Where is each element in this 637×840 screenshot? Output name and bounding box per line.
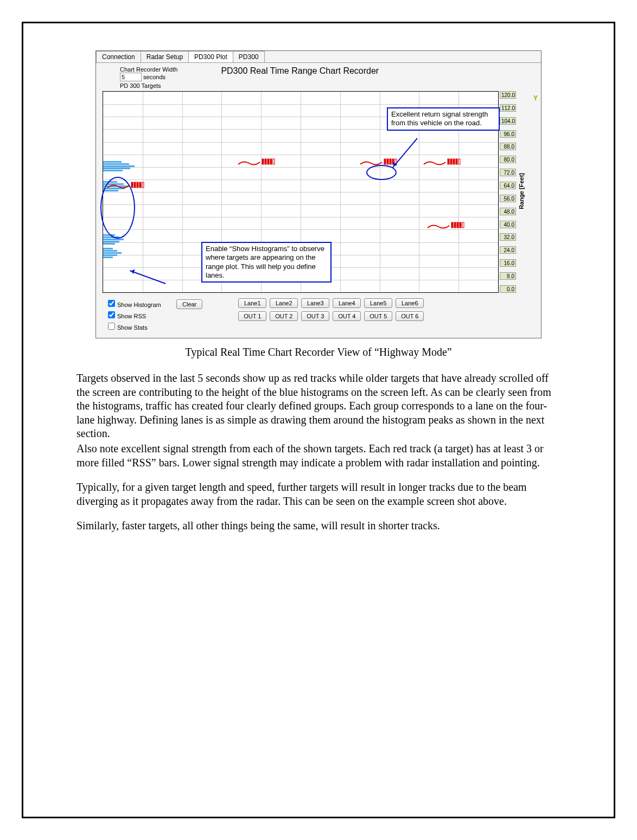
histogram-bar [103,241,119,242]
svg-rect-23 [460,222,461,228]
histogram-bar [103,250,117,252]
out-button[interactable]: OUT 2 [270,311,298,321]
check-show-rss-label: Show RSS [117,313,146,319]
y-tick: 0.0 [500,285,516,293]
svg-rect-20 [451,222,453,228]
tab-connection[interactable]: Connection [96,51,141,62]
histogram-bar [103,252,122,254]
svg-rect-22 [457,222,458,228]
svg-rect-7 [267,159,269,164]
lane-button[interactable]: Lane2 [270,298,298,308]
check-show-histogram[interactable]: Show Histogram [106,298,176,310]
y-tick: 88.0 [500,143,516,150]
chart-width-input[interactable] [120,73,142,81]
check-show-rss-box[interactable] [108,311,115,318]
clear-button[interactable]: Clear [176,299,202,309]
histogram-bar [103,168,130,169]
y-tick: 120.0 [500,91,516,99]
tab-pd300-plot[interactable]: PD300 Plot [188,51,233,62]
out-row: OUT 1OUT 2OUT 3OUT 4OUT 5OUT 6 [238,311,424,321]
chart-title: PD300 Real Time Range Chart Recorder [221,66,379,76]
svg-rect-2 [137,182,138,188]
annotation-ellipse-histograms [100,177,135,239]
y-tick: 48.0 [500,208,516,215]
svg-rect-18 [456,159,457,164]
y-letter: Y [533,94,538,102]
y-tick: 96.0 [500,130,516,138]
app-window: Connection Radar Setup PD300 Plot PD300 … [95,50,542,338]
y-tick: 64.0 [500,182,516,189]
y-tick-column: 120.0112.0104.096.088.080.072.064.056.04… [500,91,516,293]
y-tick: 104.0 [500,117,516,125]
lane-button-group: Lane1Lane2Lane3Lane4Lane5Lane6 OUT 1OUT … [238,298,424,321]
out-button[interactable]: OUT 6 [396,311,424,321]
chart-width-label: Chart Recorder Width [120,66,177,73]
histogram-bar [103,243,115,245]
svg-rect-19 [458,159,460,164]
figure-caption: Typical Real Time Chart Recorder View of… [56,346,581,358]
histogram-bar [103,257,113,258]
svg-rect-17 [453,159,455,164]
lane-button[interactable]: Lane4 [333,298,361,308]
body-paragraph-2: Also note excellent signal strength from… [77,442,560,470]
svg-rect-8 [270,159,272,164]
target-track [426,220,470,231]
y-tick: 16.0 [500,259,516,267]
histogram-bar [103,163,129,165]
document-page: Connection Radar Setup PD300 Plot PD300 … [22,22,615,818]
callout-show-histograms: Enable “Show Histograms” to observe wher… [201,242,332,283]
chart-width-group: Chart Recorder Width seconds PD 300 Targ… [120,66,177,89]
svg-rect-4 [142,182,144,188]
y-tick: 72.0 [500,169,516,176]
svg-rect-5 [262,159,264,164]
y-tick: 112.0 [500,104,516,112]
svg-rect-0 [131,182,133,188]
check-show-rss[interactable]: Show RSS [106,310,176,321]
check-show-stats[interactable]: Show Stats [106,321,176,332]
callout-signal-strength: Excellent return signal strength from th… [387,107,500,131]
svg-rect-16 [450,159,452,164]
lane-row: Lane1Lane2Lane3Lane4Lane5Lane6 [238,298,424,308]
histogram-bar [103,170,123,171]
histogram-bar [103,165,135,167]
histogram-bar [103,254,117,256]
chart-width-unit: seconds [143,74,165,80]
y-tick: 56.0 [500,195,516,202]
out-button[interactable]: OUT 4 [333,311,361,321]
check-show-stats-box[interactable] [108,323,115,330]
svg-rect-1 [134,182,136,188]
svg-rect-3 [139,182,141,188]
svg-rect-6 [265,159,266,164]
out-button[interactable]: OUT 3 [301,311,329,321]
y-tick: 24.0 [500,246,516,254]
y-axis-label: Range [Feet] [518,173,525,209]
y-tick: 8.0 [500,272,516,280]
histogram-bar [103,239,124,240]
body-paragraph-4: Similarly, faster targets, all other thi… [77,519,560,533]
lane-button[interactable]: Lane1 [238,298,266,308]
checkbox-column: Show Histogram Show RSS Show Stats [106,298,176,332]
lane-button[interactable]: Lane5 [364,298,392,308]
check-show-histogram-box[interactable] [108,300,115,307]
target-track [237,157,281,168]
lane-button[interactable]: Lane3 [301,298,329,308]
tab-radar-setup[interactable]: Radar Setup [141,51,189,62]
svg-rect-10 [384,159,386,164]
out-button[interactable]: OUT 1 [238,311,266,321]
target-track [423,157,466,168]
body-paragraph-1: Targets observed in the last 5 seconds s… [77,371,560,441]
svg-rect-15 [448,159,449,164]
y-tick: 32.0 [500,233,516,241]
check-show-stats-label: Show Stats [117,324,148,331]
out-button[interactable]: OUT 5 [364,311,392,321]
y-tick: 40.0 [500,221,516,228]
check-show-histogram-label: Show Histogram [117,302,161,308]
tab-pd300[interactable]: PD300 [233,51,265,62]
svg-rect-9 [273,159,275,164]
body-paragraph-3: Typically, for a given target length and… [77,480,560,508]
tab-strip: Connection Radar Setup PD300 Plot PD300 [96,51,541,63]
targets-label: PD 300 Targets [120,82,177,89]
tab-content: Chart Recorder Width seconds PD 300 Targ… [96,63,541,338]
lane-button[interactable]: Lane6 [396,298,424,308]
y-tick: 80.0 [500,156,516,163]
